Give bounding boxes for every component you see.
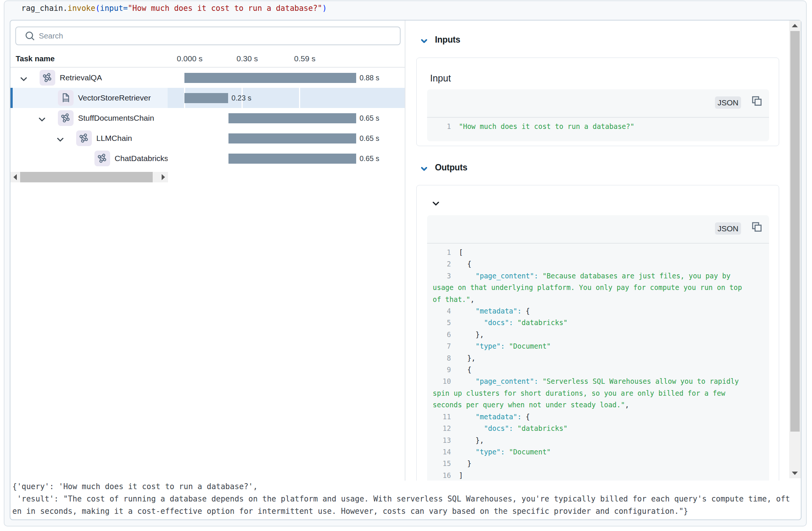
span-tree: RetrievalQA0.88 sVectorStoreRetriever0.2… — [10, 68, 405, 169]
span-row-vectorstoreretriever[interactable]: VectorStoreRetriever0.23 s — [10, 88, 405, 108]
span-name: LLMChain — [96, 128, 132, 148]
code-line-6: 6 }, — [433, 329, 750, 340]
code-line-7: 7 "type": "Document" — [433, 340, 750, 352]
expand-chevron-icon[interactable] — [21, 76, 27, 83]
code-token: "How much does it cost to run a database… — [128, 4, 322, 13]
line-number: 9 — [433, 364, 459, 376]
format-badge[interactable]: JSON — [715, 222, 741, 235]
code-token: input — [100, 4, 123, 13]
code-line-4: 4 "metadata": { — [433, 305, 750, 317]
expand-chevron-icon[interactable] — [57, 136, 63, 143]
line-number: 3 — [433, 270, 459, 282]
code-line-14: 14 "type": "Document" — [433, 446, 750, 458]
scroll-right-arrow[interactable] — [162, 174, 165, 180]
duration-bar[interactable] — [184, 73, 356, 83]
search-input[interactable]: Search — [15, 27, 401, 45]
line-number: 11 — [433, 411, 459, 423]
duration-bar[interactable] — [228, 133, 356, 143]
code-line-1: 1"How much does it cost to run a databas… — [433, 121, 750, 132]
code-token: rag_chain. — [21, 4, 68, 13]
section-title: Inputs — [435, 33, 460, 46]
span-name: StuffDocumentsChain — [78, 108, 154, 128]
chain-icon — [58, 110, 74, 126]
search-placeholder: Search — [39, 27, 63, 44]
code-token: ) — [322, 4, 327, 13]
format-badge[interactable]: JSON — [715, 96, 741, 109]
line-number: 15 — [433, 458, 459, 469]
span-name: RetrievalQA — [60, 68, 102, 88]
line-number: 13 — [433, 435, 459, 446]
code-content: 1[2 {3 "page_content": "Because database… — [433, 247, 750, 481]
time-tick-label: 0.30 s — [237, 53, 258, 64]
horizontal-scrollbar[interactable] — [10, 172, 168, 182]
code-content: 1"How much does it cost to run a databas… — [433, 121, 750, 132]
scroll-up-arrow[interactable] — [792, 24, 798, 27]
code-token: = — [123, 4, 128, 13]
code-viewer: JSON1"How much does it cost to run a dat… — [427, 89, 769, 141]
copy-icon[interactable] — [752, 222, 762, 232]
span-row-chatdatabricks[interactable]: ChatDatabricks0.65 s — [10, 148, 405, 169]
code-line-12: 12 "docs": "databricks" — [433, 423, 750, 434]
code-token: ( — [95, 4, 100, 13]
span-row-llmchain[interactable]: LLMChain0.65 s — [10, 128, 405, 148]
duration-bar[interactable] — [184, 93, 228, 103]
line-number: 1 — [433, 121, 459, 132]
section-collapse-chevron-icon[interactable] — [421, 38, 427, 44]
selected-row-accent-border — [10, 88, 13, 108]
code-viewer-header-divider — [427, 117, 769, 118]
code-line-1: 1[ — [433, 247, 750, 258]
code-line-13: 13 }, — [433, 435, 750, 446]
code-input-line[interactable]: rag_chain.invoke(input="How much does it… — [21, 0, 327, 17]
horizontal-scrollbar-thumb[interactable] — [20, 172, 153, 182]
code-viewer-header-divider — [427, 243, 769, 244]
chain-icon — [76, 130, 92, 146]
span-name: ChatDatabricks — [115, 148, 168, 169]
copy-icon[interactable] — [752, 96, 762, 106]
section-title: Outputs — [435, 161, 467, 174]
chain-icon — [94, 151, 110, 166]
code-line-11: 11 "metadata": { — [433, 411, 750, 423]
output-card: JSON1[2 {3 "page_content": "Because data… — [416, 185, 779, 481]
code-viewer: JSON1[2 {3 "page_content": "Because data… — [427, 215, 769, 481]
collapse-chevron-icon[interactable] — [433, 200, 439, 207]
duration-bar[interactable] — [228, 113, 356, 123]
duration-label: 0.23 s — [231, 88, 251, 108]
span-row-retrievalqa[interactable]: RetrievalQA0.88 s — [10, 68, 405, 88]
span-name: VectorStoreRetriever — [78, 88, 151, 108]
vertical-scrollbar[interactable] — [789, 21, 801, 478]
trace-viewport: Search Task name 0.000 s0.30 s0.59 s Ret… — [10, 21, 801, 481]
code-line-5: 5 "docs": "databricks" — [433, 317, 750, 328]
line-number: 1 — [433, 247, 459, 258]
duration-bar[interactable] — [228, 154, 356, 164]
span-row-stuffdocumentschain[interactable]: StuffDocumentsChain0.65 s — [10, 108, 405, 128]
line-number: 4 — [433, 305, 459, 317]
code-line-10: 10 "page_content": "Serverless SQL Wareh… — [433, 376, 750, 411]
code-line-2: 2 { — [433, 258, 750, 270]
line-number: 14 — [433, 446, 459, 458]
task-name-column-header: Task name — [16, 53, 55, 64]
chain-icon — [40, 70, 55, 86]
timeline-gridline — [299, 88, 300, 108]
cell-output-text: {'query': 'How much does it cost to run … — [12, 481, 793, 518]
time-tick-label: 0.000 s — [177, 53, 203, 64]
panel-splitter[interactable] — [405, 21, 405, 481]
line-number: 7 — [433, 340, 459, 352]
code-line-9: 9 { — [433, 364, 750, 376]
input-field-label: Input — [430, 73, 451, 84]
duration-label: 0.65 s — [360, 108, 379, 128]
line-number: 8 — [433, 352, 459, 364]
search-icon — [25, 31, 35, 41]
line-number: 12 — [433, 423, 459, 434]
scroll-left-arrow[interactable] — [13, 174, 17, 180]
scroll-down-arrow[interactable] — [792, 472, 798, 475]
code-line-15: 15 } — [433, 458, 750, 469]
duration-label: 0.65 s — [360, 128, 379, 148]
line-number: 10 — [433, 376, 459, 387]
line-number: 2 — [433, 258, 459, 270]
code-line-3: 3 "page_content": "Because databases are… — [433, 270, 750, 305]
code-line-16: 16] — [433, 470, 750, 481]
expand-chevron-icon[interactable] — [39, 116, 45, 123]
duration-label: 0.65 s — [360, 148, 379, 169]
section-collapse-chevron-icon[interactable] — [421, 166, 427, 172]
vertical-scrollbar-thumb[interactable] — [790, 31, 800, 432]
